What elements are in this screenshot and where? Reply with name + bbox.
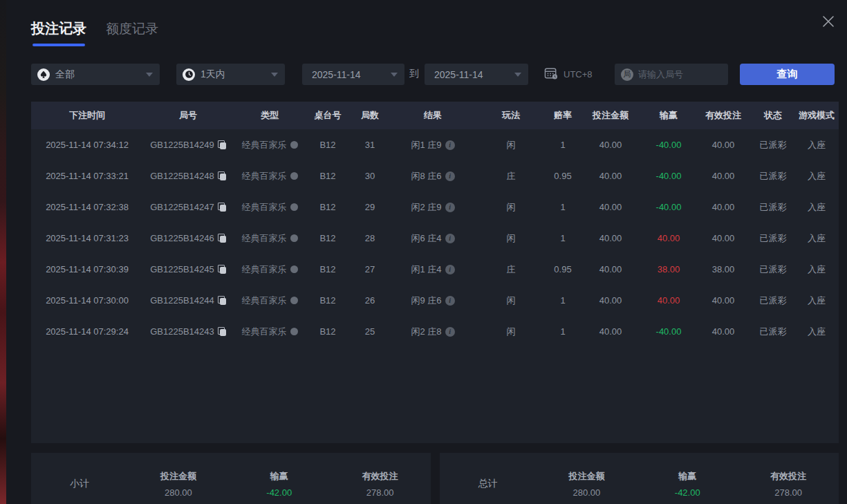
info-icon[interactable]: i: [445, 296, 455, 306]
cell-valid-bet: 40.00: [695, 326, 752, 337]
cell-game-type: 经典百家乐: [233, 295, 306, 307]
col-header-odds: 赔率: [547, 109, 579, 122]
col-header-result: 结果: [391, 109, 475, 122]
game-type-text: 经典百家乐: [242, 170, 287, 183]
subtotal-bet-label: 投注金额: [128, 470, 229, 483]
time-range-select[interactable]: 1天内: [176, 64, 285, 85]
cell-play: 庄: [475, 170, 547, 183]
col-header-winloss: 输赢: [642, 109, 695, 122]
copy-icon[interactable]: [218, 171, 226, 180]
game-type-dot-icon: [290, 328, 298, 335]
cell-round-no: 31: [349, 140, 391, 150]
game-type-dot-icon: [290, 265, 298, 273]
tab-quota-records[interactable]: 额度记录: [106, 20, 158, 46]
cell-bet-time: 2025-11-14 07:33:21: [31, 171, 143, 181]
info-icon[interactable]: i: [445, 327, 455, 337]
cell-result: 闲1 庄9 i: [391, 139, 475, 151]
cell-bet-time: 2025-11-14 07:29:24: [31, 326, 143, 337]
cell-winloss: -40.00: [642, 171, 695, 181]
cell-game-mode: 入座: [794, 170, 839, 183]
cell-table-no: B12: [306, 233, 349, 243]
table-row: 2025-11-14 07:30:39 GB1225B14245 经典百家乐 B…: [31, 254, 839, 285]
cell-bet-time: 2025-11-14 07:31:23: [31, 233, 143, 243]
cell-bet-amount: 40.00: [579, 202, 642, 212]
cell-game-type: 经典百家乐: [233, 139, 306, 151]
cell-result: 闲6 庄4 i: [391, 232, 475, 245]
copy-icon[interactable]: [218, 265, 226, 274]
round-id-text: GB1225B14245: [150, 264, 214, 274]
game-type-select[interactable]: 全部: [31, 64, 160, 85]
copy-icon[interactable]: [218, 327, 226, 336]
round-id-text: GB1225B14244: [150, 295, 214, 306]
cell-result: 闲9 庄6 i: [391, 295, 475, 307]
round-id-text: GB1225B14243: [150, 326, 214, 337]
close-icon[interactable]: [818, 11, 839, 32]
cell-winloss: -40.00: [642, 326, 695, 337]
info-icon[interactable]: i: [445, 234, 455, 243]
date-from-value: 2025-11-14: [312, 69, 361, 80]
round-number-input[interactable]: [638, 69, 721, 80]
cell-odds: 0.95: [547, 264, 579, 274]
table-row: 2025-11-14 07:30:00 GB1225B14244 经典百家乐 B…: [31, 285, 839, 316]
cell-round-no: 27: [349, 264, 391, 274]
game-type-text: 经典百家乐: [242, 295, 287, 307]
date-to-select[interactable]: 2025-11-14: [425, 64, 528, 85]
date-from-select[interactable]: 2025-11-14: [302, 64, 404, 85]
cell-bet-time: 2025-11-14 07:30:00: [31, 295, 143, 306]
subtotal-winloss-label: 输赢: [229, 470, 330, 483]
cell-valid-bet: 38.00: [695, 264, 752, 274]
cell-status: 已派彩: [752, 170, 794, 183]
cell-table-no: B12: [306, 202, 349, 212]
cell-play: 闲: [475, 295, 547, 307]
subtotal-valid-value: 278.00: [330, 487, 431, 498]
round-number-field: 局: [615, 64, 728, 85]
total-valid-value: 278.00: [738, 487, 839, 498]
info-icon[interactable]: i: [445, 171, 455, 181]
cell-play: 庄: [475, 263, 547, 276]
active-tab-underline: [32, 44, 85, 46]
copy-icon[interactable]: [218, 203, 226, 212]
cell-status: 已派彩: [752, 295, 794, 307]
tab-betting-records[interactable]: 投注记录: [31, 19, 86, 46]
cell-bet-amount: 40.00: [579, 171, 642, 181]
timezone-label: UTC+8: [564, 69, 593, 80]
total-bet-value: 280.00: [537, 487, 637, 498]
cell-odds: 1: [547, 202, 579, 212]
game-type-dot-icon: [290, 172, 298, 180]
cell-status: 已派彩: [752, 139, 794, 151]
cell-round-no: 29: [349, 202, 391, 212]
cell-odds: 1: [547, 295, 579, 306]
info-icon[interactable]: i: [445, 203, 455, 212]
table-row: 2025-11-14 07:34:12 GB1225B14249 经典百家乐 B…: [31, 129, 839, 160]
result-text: 闲1 庄4: [411, 263, 441, 276]
info-icon[interactable]: i: [445, 140, 455, 150]
query-button[interactable]: 查询: [740, 64, 835, 85]
round-id-text: GB1225B14249: [150, 140, 214, 150]
timezone-indicator: UTC+8: [544, 67, 593, 82]
cell-game-type: 经典百家乐: [233, 263, 306, 276]
info-icon[interactable]: i: [445, 265, 455, 274]
cell-winloss: 40.00: [642, 233, 695, 243]
cell-round-no: 28: [349, 233, 391, 243]
cell-round-id: GB1225B14249: [143, 140, 233, 150]
subtotal-label: 小计: [31, 478, 128, 490]
cell-round-id: GB1225B14244: [143, 295, 233, 306]
cell-game-type: 经典百家乐: [233, 232, 306, 245]
calendar-clock-icon: [544, 67, 558, 82]
cell-game-type: 经典百家乐: [233, 170, 306, 183]
chevron-down-icon: [146, 73, 153, 77]
game-type-dot-icon: [290, 203, 298, 211]
cell-round-id: GB1225B14247: [143, 202, 233, 212]
game-type-text: 经典百家乐: [242, 326, 287, 338]
clock-icon: [183, 68, 195, 81]
cell-game-mode: 入座: [794, 232, 839, 245]
copy-icon[interactable]: [218, 296, 226, 305]
result-text: 闲6 庄4: [411, 232, 441, 245]
cell-game-mode: 入座: [794, 139, 839, 151]
copy-icon[interactable]: [218, 234, 226, 243]
cell-table-no: B12: [306, 295, 349, 306]
chevron-down-icon: [271, 73, 278, 77]
cell-game-mode: 入座: [794, 201, 839, 214]
copy-icon[interactable]: [218, 140, 226, 149]
cell-bet-time: 2025-11-14 07:32:38: [31, 202, 143, 212]
